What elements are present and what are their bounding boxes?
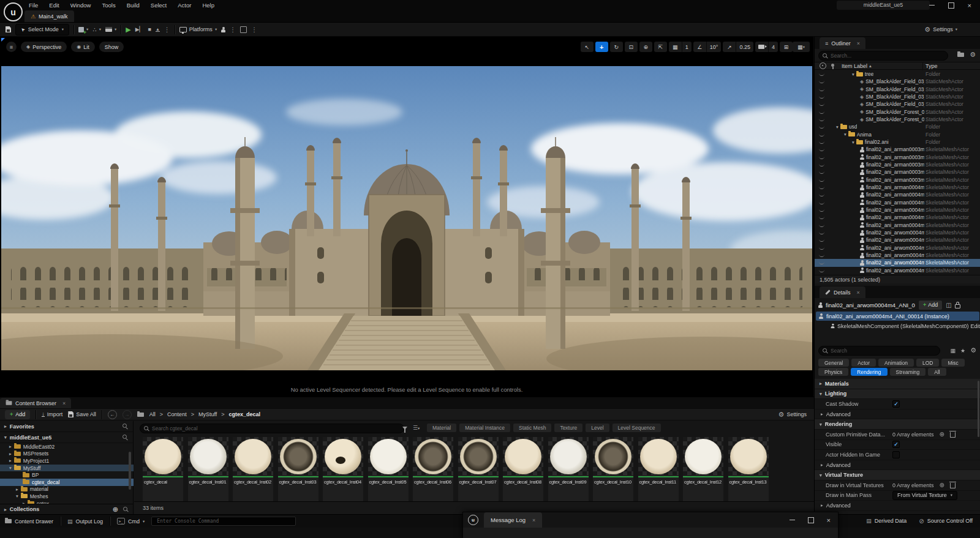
scale-snap-value[interactable]: 0.25 [736,42,753,52]
play-options-kebab[interactable]: ⋮ [164,26,170,33]
outliner-row[interactable]: final02_ani_arman0004m4SkeletalMeshActor [815,206,980,214]
visibility-closed-eye-icon[interactable] [819,163,824,166]
forward-button[interactable]: → [123,410,132,419]
outliner-row[interactable]: ◈SM_BlackAlder_Field_03_PP2StaticMeshAct… [815,86,980,93]
outliner-row[interactable]: ▾final02.aniFolder [815,138,980,146]
derived-data-button[interactable]: ▤ Derived Data [866,518,907,524]
folder-tree-item-bp[interactable]: BP [0,471,134,479]
asset-search[interactable] [140,424,404,433]
section-advanced-virtual-texture[interactable]: ▸Advanced [815,501,980,511]
visibility-closed-eye-icon[interactable] [819,155,824,159]
lock-icon[interactable] [955,304,960,308]
outliner-row[interactable]: ◈SM_BlackAlder_Field_03_PP3StaticMeshAct… [815,93,980,100]
create-folder-icon[interactable] [957,52,964,58]
show-dropdown[interactable]: Show [99,42,124,52]
add-asset-button[interactable]: + Add [5,410,30,419]
visibility-closed-eye-icon[interactable] [819,148,824,151]
rotation-snap-control[interactable]: ∠ 10° [693,42,722,52]
output-log-button[interactable]: ▤ Output Log [67,518,103,525]
component-hierarchy-icon[interactable]: ◫ [946,302,951,308]
menu-actor[interactable]: Actor [172,0,197,10]
details-settings-icon[interactable]: ⚙ [970,346,976,354]
viewport-layout-selector[interactable]: ▦ ▾ [793,42,810,52]
snapshot-button[interactable] [240,26,247,33]
maximize-viewport-button[interactable]: ⊞ [780,42,793,52]
visibility-closed-eye-icon[interactable] [819,140,824,144]
outliner-row[interactable]: final02_ani_arwom0004m4SkeletalMeshActor [815,236,980,244]
outliner-search-input[interactable] [831,53,944,59]
filter-funnel-icon[interactable] [402,427,407,430]
actor-hidden-checkbox[interactable] [892,451,900,458]
play-button[interactable]: ▶ [126,26,130,34]
folder-tree-item-middleeast02[interactable]: ▸MiddleEast02 [0,443,134,450]
close-icon[interactable]: × [968,2,971,9]
tab-level[interactable]: ⚠ Main4_walk [24,10,74,22]
visibility-closed-eye-icon[interactable] [819,201,824,204]
filter-tab-all[interactable]: All [928,368,946,376]
visibility-closed-eye-icon[interactable] [819,269,824,272]
asset-filter-material-instance[interactable]: Material Instance [459,424,510,432]
asset-filter-texture[interactable]: Texture [554,424,582,432]
perspective-dropdown[interactable]: ◈ Perspective [21,42,67,52]
outliner-row[interactable]: final02_ani_arman0003m4SkeletalMeshActor [815,176,980,184]
asset-tile[interactable]: cgtex_decal_Inst07Material Instance [458,437,499,508]
expander-arrow-icon[interactable]: ▾ [4,435,7,440]
outliner-row[interactable]: final02_ani_arman0003m4SkeletalMeshActor [815,168,980,176]
visibility-closed-eye-icon[interactable] [819,133,824,136]
menu-select[interactable]: Select [145,0,172,10]
visibility-closed-eye-icon[interactable] [819,231,824,234]
edit-link[interactable]: Edit [968,323,980,329]
draw-in-main-pass-dropdown[interactable]: From Virtual Texture ▾ [892,491,957,500]
details-search[interactable] [818,346,940,356]
maximize-icon[interactable] [808,517,814,523]
stop-button[interactable]: ■ [148,26,151,32]
collections-header[interactable]: ▸ Collections ⊕ [0,504,134,514]
outliner-row[interactable]: ◈SM_BlackAlder_Forest_05_PPStaticMeshAct… [815,108,980,116]
section-advanced-rendering[interactable]: ▸Advanced [815,460,980,471]
menu-tools[interactable]: Tools [96,0,121,10]
settings-dropdown[interactable]: ⚙ Settings ▾ [924,26,974,34]
tab-content-browser[interactable]: Content Browser × [0,398,71,408]
expander-arrow-icon[interactable]: ▸ [16,487,18,492]
minimize-icon[interactable] [790,520,795,521]
maximize-icon[interactable] [948,2,954,9]
breadcrumb-item[interactable]: All [149,411,156,417]
expander-arrow-icon[interactable]: ▾ [852,140,854,145]
import-button[interactable]: ↓ Import [42,411,62,417]
asset-filter-level-sequence[interactable]: Level Sequence [612,424,661,432]
asset-tile[interactable]: cgtex_decal_Inst11Material Instance [638,437,679,508]
console-command-field[interactable] [151,517,296,526]
visibility-closed-eye-icon[interactable] [819,246,824,250]
asset-tile[interactable]: cgtex_decal_Inst01Material Instance [188,437,228,508]
visibility-closed-eye-icon[interactable] [819,238,824,242]
visibility-closed-eye-icon[interactable] [819,95,824,99]
visibility-closed-eye-icon[interactable] [819,223,824,227]
visibility-closed-eye-icon[interactable] [819,208,824,212]
favorites-header[interactable]: ▸ Favorites [0,421,133,432]
expander-arrow-icon[interactable]: ▾ [16,493,18,499]
visibility-closed-eye-icon[interactable] [819,261,824,264]
save-all-button[interactable]: Save All [68,411,96,417]
camera-speed-value[interactable]: 4 [768,42,778,52]
outliner-row[interactable]: final02_ani_arman0004m4SkeletalMeshActor [815,199,980,206]
select-tool-button[interactable]: ↖ [581,42,594,52]
asset-tile[interactable]: cgtex_decal_Inst03Material Instance [278,437,318,508]
close-tab-icon[interactable]: × [857,40,860,47]
level-viewport[interactable]: ≡ ◈ Perspective ◉ Lit Show ↖ + ↻ ⊡ ⊕ ⇱ ▦… [0,37,813,397]
filter-tab-physics[interactable]: Physics [818,368,848,376]
outliner-row[interactable]: final02_ani_arwom0004m4SkeletalMeshActor [815,244,980,252]
breadcrumb-item[interactable]: Content [167,411,187,417]
scale-snap-control[interactable]: ↗ 0.25 [723,42,753,52]
asset-tile[interactable]: cgtex_decal_Inst10Material Instance [593,437,633,508]
search-icon[interactable] [123,424,128,429]
visibility-closed-eye-icon[interactable] [819,88,824,91]
display-filter-icon[interactable]: ▦ [951,348,956,354]
save-current-level-icon[interactable] [6,26,11,32]
details-scrollbar[interactable] [978,381,979,437]
grid-snap-value[interactable]: 1 [682,42,692,52]
visibility-column-icon[interactable] [820,62,826,69]
toolbar-kebab[interactable]: ⋮ [251,26,257,33]
asset-tile[interactable]: cgtex_decal_Inst02Material Instance [233,437,273,508]
item-label-column[interactable]: Item Label [842,63,867,69]
collaboration-kebab[interactable]: ⋮ [230,26,236,33]
